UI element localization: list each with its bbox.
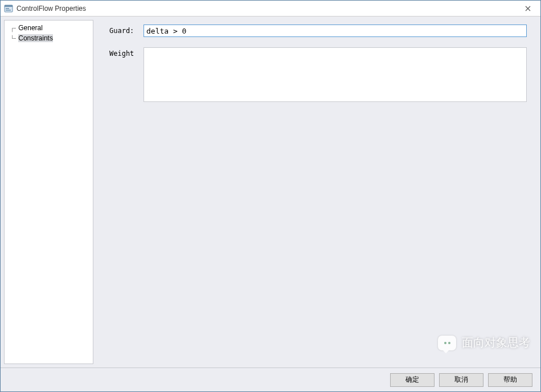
button-label: 取消: [454, 375, 468, 385]
guard-row: Guard:: [109, 24, 527, 37]
sidebar-item-constraints[interactable]: └╴ Constraints: [5, 33, 93, 43]
button-label: 帮助: [503, 375, 517, 385]
svg-rect-2: [6, 8, 9, 9]
tree-branch-icon: └╴: [10, 35, 18, 42]
weight-label: Weight: [109, 47, 144, 58]
close-icon: [525, 4, 531, 13]
sidebar-item-label: Constraints: [18, 34, 53, 42]
guard-label: Guard:: [109, 24, 144, 35]
guard-input[interactable]: [144, 24, 527, 37]
sidebar-tree: ┌╴ General └╴ Constraints: [4, 20, 93, 364]
help-button[interactable]: 帮助: [488, 373, 532, 387]
svg-rect-1: [5, 5, 13, 7]
weight-row: Weight: [109, 47, 527, 102]
window-title: ControlFlow Properties: [17, 5, 86, 13]
button-bar: 确定 取消 帮助: [1, 368, 540, 391]
svg-rect-3: [6, 10, 11, 11]
tree-branch-icon: ┌╴: [10, 24, 18, 32]
close-button[interactable]: [515, 1, 540, 17]
titlebar: ControlFlow Properties: [1, 1, 540, 17]
sidebar-item-label: General: [18, 24, 43, 32]
form-panel: Guard: Weight: [93, 17, 540, 368]
ok-button[interactable]: 确定: [390, 373, 435, 387]
button-label: 确定: [405, 375, 419, 385]
weight-textarea[interactable]: [144, 47, 527, 102]
content-area: ┌╴ General └╴ Constraints Guard: Weight: [1, 17, 540, 368]
cancel-button[interactable]: 取消: [439, 373, 483, 387]
dialog-window: ControlFlow Properties ┌╴ General └╴ Con…: [0, 0, 541, 392]
sidebar-item-general[interactable]: ┌╴ General: [5, 23, 93, 33]
app-icon: [4, 4, 13, 13]
